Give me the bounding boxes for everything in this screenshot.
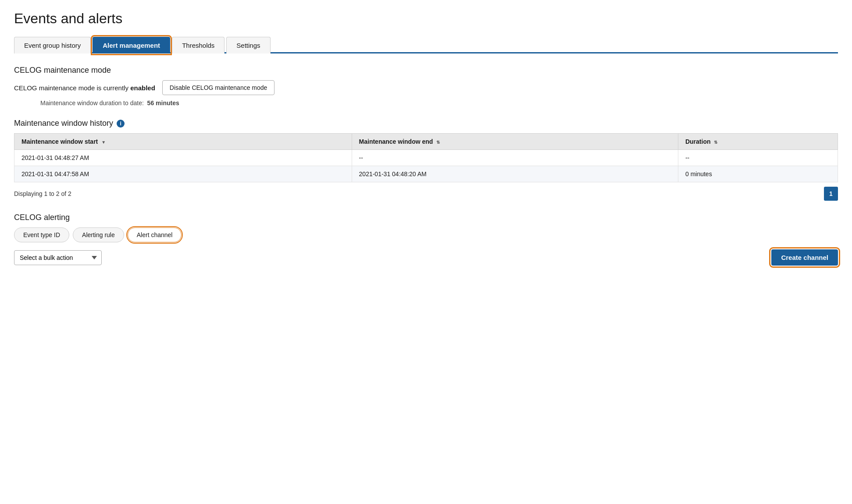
- maintenance-history-section: Maintenance window history i Maintenance…: [14, 119, 838, 201]
- alerting-tab-event-type-id[interactable]: Event type ID: [14, 227, 69, 242]
- maintenance-status-prefix: CELOG maintenance mode is currently: [14, 84, 130, 92]
- sort-icon-duration: ⇅: [714, 140, 717, 145]
- col-header-duration[interactable]: Duration ⇅: [678, 134, 838, 150]
- maintenance-duration-value: 56 minutes: [147, 99, 179, 106]
- table-row: 2021-01-31 04:48:27 AM -- --: [14, 150, 838, 166]
- bulk-action-wrapper: Select a bulk actionDelete selectedEnabl…: [14, 250, 102, 265]
- alerting-section: CELOG alerting Event type ID Alerting ru…: [14, 213, 838, 266]
- create-channel-button[interactable]: Create channel: [771, 249, 838, 266]
- page-title: Events and alerts: [14, 11, 838, 27]
- alerting-tab-alert-channel[interactable]: Alert channel: [128, 227, 182, 242]
- maintenance-history-table: Maintenance window start ▼ Maintenance w…: [14, 133, 838, 182]
- maintenance-mode-section: CELOG maintenance mode CELOG maintenance…: [14, 66, 838, 106]
- maintenance-duration-row: Maintenance window duration to date: 56 …: [14, 99, 838, 106]
- maintenance-status-value: enabled: [130, 84, 155, 92]
- sort-icon-start: ▼: [101, 140, 106, 145]
- bulk-action-select[interactable]: Select a bulk actionDelete selectedEnabl…: [14, 250, 102, 265]
- table-row: 2021-01-31 04:47:58 AM 2021-01-31 04:48:…: [14, 166, 838, 182]
- cell-duration: --: [678, 150, 838, 166]
- tab-event-group-history[interactable]: Event group history: [14, 37, 91, 53]
- table-header-row: Maintenance window start ▼ Maintenance w…: [14, 134, 838, 150]
- bottom-actions-row: Select a bulk actionDelete selectedEnabl…: [14, 249, 838, 266]
- main-tabs-bar: Event group history Alert management Thr…: [14, 35, 838, 53]
- alerting-tabs-bar: Event type ID Alerting rule Alert channe…: [14, 227, 838, 242]
- maintenance-duration-label: Maintenance window duration to date:: [40, 99, 144, 106]
- cell-end: --: [352, 150, 678, 166]
- cell-start: 2021-01-31 04:47:58 AM: [14, 166, 352, 182]
- info-icon[interactable]: i: [117, 120, 125, 128]
- col-header-end[interactable]: Maintenance window end ⇅: [352, 134, 678, 150]
- cell-start: 2021-01-31 04:48:27 AM: [14, 150, 352, 166]
- pagination-info: Displaying 1 to 2 of 2: [14, 190, 71, 197]
- sort-icon-end: ⇅: [436, 140, 440, 145]
- alerting-section-title: CELOG alerting: [14, 213, 838, 222]
- maintenance-status-text: CELOG maintenance mode is currently enab…: [14, 84, 155, 92]
- page-1-button[interactable]: 1: [824, 187, 838, 201]
- maintenance-status-row: CELOG maintenance mode is currently enab…: [14, 80, 838, 95]
- maintenance-history-title: Maintenance window history i: [14, 119, 838, 128]
- pagination-row: Displaying 1 to 2 of 2 1: [14, 187, 838, 201]
- cell-duration: 0 minutes: [678, 166, 838, 182]
- tab-alert-management[interactable]: Alert management: [93, 37, 170, 53]
- cell-end: 2021-01-31 04:48:20 AM: [352, 166, 678, 182]
- disable-maintenance-button[interactable]: Disable CELOG maintenance mode: [162, 80, 275, 95]
- maintenance-mode-title: CELOG maintenance mode: [14, 66, 838, 75]
- col-header-start[interactable]: Maintenance window start ▼: [14, 134, 352, 150]
- tab-settings[interactable]: Settings: [226, 37, 270, 53]
- tab-thresholds[interactable]: Thresholds: [172, 37, 225, 53]
- alerting-tab-alerting-rule[interactable]: Alerting rule: [73, 227, 124, 242]
